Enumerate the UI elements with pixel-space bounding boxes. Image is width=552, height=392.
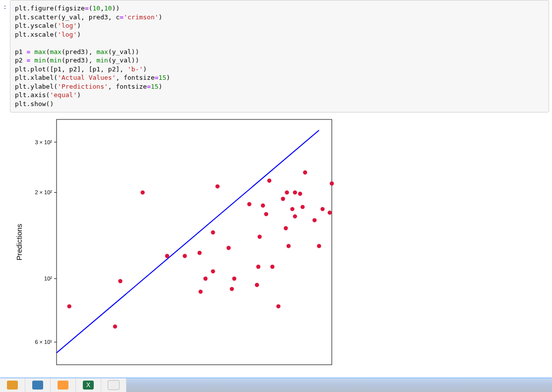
svg-text:Predictions: Predictions: [15, 224, 23, 260]
svg-point-30: [261, 203, 265, 207]
svg-point-13: [118, 279, 122, 283]
svg-point-41: [293, 190, 297, 194]
svg-point-43: [301, 205, 305, 209]
svg-point-12: [113, 324, 117, 328]
svg-point-17: [197, 251, 201, 255]
svg-point-49: [330, 181, 334, 185]
svg-line-10: [57, 130, 319, 352]
svg-point-14: [140, 190, 144, 194]
svg-text:10²: 10²: [44, 276, 52, 281]
svg-point-22: [215, 184, 219, 188]
svg-point-40: [293, 214, 297, 218]
windows-taskbar[interactable]: X: [0, 378, 552, 392]
svg-point-37: [285, 190, 289, 194]
svg-point-23: [227, 246, 231, 250]
output-plot: 6 × 10¹10²2 × 10²3 × 10²Predictions: [7, 114, 552, 372]
svg-point-47: [320, 207, 324, 211]
browser-icon[interactable]: [25, 378, 51, 392]
svg-point-31: [264, 212, 268, 216]
svg-point-48: [328, 211, 332, 215]
code-input[interactable]: plt.figure(figsize=(10,10)) plt.scatter(…: [10, 0, 549, 112]
svg-point-16: [183, 254, 186, 258]
svg-point-36: [284, 226, 288, 230]
svg-point-18: [198, 289, 202, 293]
svg-point-38: [287, 244, 291, 248]
svg-text:3 × 10²: 3 × 10²: [35, 139, 52, 145]
pinned-apps: X: [0, 378, 552, 392]
svg-point-26: [247, 202, 251, 206]
svg-point-24: [230, 286, 234, 290]
input-prompt: :: [3, 0, 10, 10]
svg-point-45: [312, 218, 316, 222]
svg-point-44: [303, 170, 307, 174]
document-icon[interactable]: [101, 378, 126, 392]
svg-point-39: [290, 207, 294, 211]
svg-point-15: [165, 254, 169, 258]
svg-point-28: [256, 265, 260, 269]
svg-rect-0: [57, 119, 332, 365]
code-cell: : plt.figure(figsize=(10,10)) plt.scatte…: [0, 0, 552, 112]
svg-text:6 × 10¹: 6 × 10¹: [35, 339, 52, 345]
svg-point-33: [270, 265, 274, 269]
svg-point-11: [67, 304, 71, 308]
svg-point-46: [317, 244, 321, 248]
svg-text:2 × 10²: 2 × 10²: [35, 189, 52, 195]
file-explorer-icon[interactable]: [0, 378, 25, 392]
svg-point-34: [276, 304, 280, 308]
excel-icon[interactable]: X: [76, 378, 101, 392]
scatter-chart: 6 × 10¹10²2 × 10²3 × 10²Predictions: [7, 114, 339, 372]
svg-point-29: [257, 234, 261, 238]
svg-point-19: [203, 277, 207, 280]
svg-point-25: [232, 277, 236, 280]
svg-point-42: [298, 191, 302, 195]
svg-point-20: [211, 269, 215, 273]
media-icon[interactable]: [51, 378, 76, 392]
svg-point-21: [211, 230, 215, 234]
svg-point-27: [255, 282, 259, 286]
svg-point-35: [281, 197, 285, 201]
svg-point-32: [267, 178, 271, 182]
